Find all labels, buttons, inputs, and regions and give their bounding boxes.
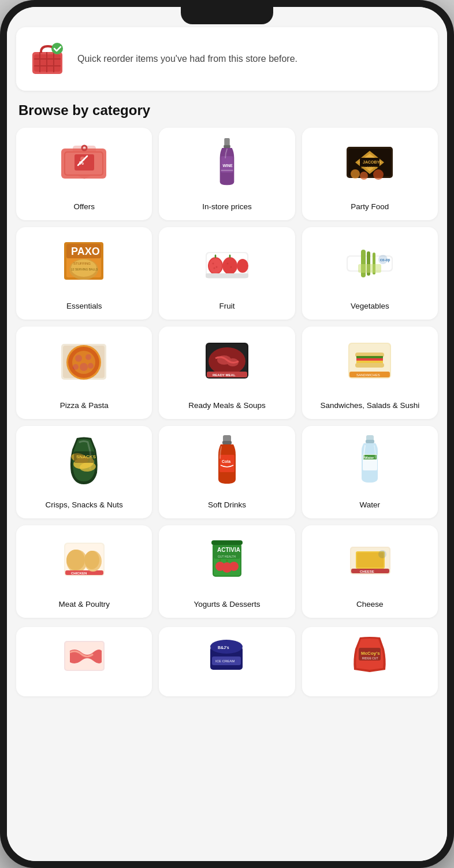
svg-point-48 <box>237 259 248 273</box>
svg-text:SANDWICHES: SANDWICHES <box>356 373 380 377</box>
notch <box>181 7 273 24</box>
vegetables-image: co-op <box>344 236 396 288</box>
category-sandwiches[interactable]: SANDWICHES Sandwiches, Salads & Sushi <box>302 327 438 419</box>
category-ice-cream-partial[interactable]: B&J's ICE CREAM <box>159 627 295 696</box>
svg-point-101 <box>66 550 85 570</box>
svg-text:READY MEAL: READY MEAL <box>213 373 236 377</box>
meat-poultry-label: Meat & Poultry <box>58 599 110 610</box>
ready-meals-image: READY MEAL <box>201 336 253 388</box>
category-crisps-red-partial[interactable]: McCoy's RIDGE CUT <box>302 627 438 696</box>
svg-point-42 <box>212 263 214 265</box>
quick-reorder-banner[interactable]: Quick reorder items you've had from this… <box>16 27 438 91</box>
svg-text:McCoy's: McCoy's <box>361 651 380 656</box>
svg-text:JACOBY: JACOBY <box>363 160 380 164</box>
svg-point-41 <box>209 258 222 273</box>
category-crisps[interactable]: SNACKS Crisps, Snacks & Nuts <box>16 426 152 518</box>
svg-point-7 <box>51 43 63 54</box>
party-food-image: JACOBY SELECTION <box>344 137 396 189</box>
essentials-label: Essentials <box>66 301 102 311</box>
svg-text:SNACKS: SNACKS <box>76 454 96 459</box>
water-image: Water <box>344 435 396 487</box>
svg-rect-16 <box>224 145 230 148</box>
in-store-prices-label: In-store prices <box>202 202 252 212</box>
section-title: Browse by category <box>7 102 447 128</box>
svg-rect-90 <box>222 441 232 444</box>
svg-text:co-op: co-op <box>380 258 390 262</box>
sandwiches-label: Sandwiches, Salads & Sushi <box>320 400 419 411</box>
svg-text:Cola: Cola <box>222 459 230 463</box>
basket-icon <box>29 40 67 78</box>
sandwiches-image: SANDWICHES <box>344 336 396 388</box>
offers-label: Offers <box>73 202 95 212</box>
category-meat-poultry[interactable]: CHICKEN Meat & Poultry <box>16 525 152 618</box>
category-soft-drinks[interactable]: Cola Soft Drinks <box>159 426 295 518</box>
cheese-image: CHEESE <box>344 535 396 587</box>
category-vegetables[interactable]: co-op Vegetables <box>302 227 438 320</box>
crisps-label: Crisps, Snacks & Nuts <box>46 500 123 510</box>
svg-rect-114 <box>211 540 243 545</box>
svg-rect-15 <box>224 138 229 146</box>
category-yogurts[interactable]: ACTIVIA GUT HEALTH Yogurts & Des <box>159 525 295 618</box>
svg-point-67 <box>72 351 95 374</box>
svg-text:STUFFING: STUFFING <box>73 262 91 265</box>
category-offers[interactable]: % Offers <box>16 128 152 220</box>
screen-content: Quick reorder items you've had from this… <box>7 7 447 861</box>
svg-point-44 <box>213 268 215 269</box>
pizza-pasta-label: Pizza & Pasta <box>60 400 109 411</box>
svg-point-121 <box>378 550 386 558</box>
svg-rect-49 <box>206 273 248 278</box>
svg-point-46 <box>226 263 228 265</box>
offers-image: % <box>58 137 110 189</box>
svg-rect-11 <box>75 154 94 170</box>
category-party-food[interactable]: JACOBY SELECTION Party Food <box>302 128 438 220</box>
svg-rect-19 <box>221 170 233 171</box>
water-label: Water <box>360 500 381 510</box>
svg-point-47 <box>230 266 232 268</box>
svg-rect-55 <box>358 264 381 273</box>
svg-point-105 <box>84 551 99 569</box>
category-ready-meals[interactable]: READY MEAL Ready Meals & Soups <box>159 327 295 419</box>
category-in-store-prices[interactable]: WINE In-store prices <box>159 128 295 220</box>
svg-point-28 <box>360 172 368 180</box>
partial-categories-grid: B&J's ICE CREAM McCoy's RIDGE CUT <box>7 627 447 714</box>
svg-point-113 <box>229 562 239 571</box>
crisps-image: SNACKS <box>58 435 110 487</box>
svg-text:GUT HEALTH: GUT HEALTH <box>218 555 236 558</box>
svg-rect-91 <box>219 455 235 472</box>
svg-text:B&J's: B&J's <box>218 646 229 650</box>
svg-text:ACTIVIA: ACTIVIA <box>217 547 240 553</box>
svg-point-43 <box>215 266 217 268</box>
soft-drinks-image: Cola <box>201 435 253 487</box>
svg-point-29 <box>373 169 384 180</box>
meat-image: CHICKEN <box>58 535 110 587</box>
party-food-label: Party Food <box>351 202 389 212</box>
fruit-label: Fruit <box>219 301 235 311</box>
banner-text: Quick reorder items you've had from this… <box>77 52 297 66</box>
svg-text:RIDGE CUT: RIDGE CUT <box>362 656 378 660</box>
category-cheese[interactable]: CHEESE Cheese <box>302 525 438 618</box>
essentials-image: PAXO STUFFING 12 SERVING BALLS <box>58 236 110 288</box>
fruit-image <box>201 236 253 288</box>
svg-text:12 SERVING BALLS: 12 SERVING BALLS <box>71 268 98 271</box>
category-water[interactable]: Water Water <box>302 426 438 518</box>
category-fruit[interactable]: Fruit <box>159 227 295 320</box>
category-bacon-partial[interactable] <box>16 627 152 696</box>
yogurts-label: Yogurts & Desserts <box>193 599 260 610</box>
svg-text:WINE: WINE <box>222 164 233 168</box>
svg-text:%: % <box>79 160 84 166</box>
svg-rect-81 <box>355 363 384 368</box>
svg-rect-94 <box>366 440 374 443</box>
phone-frame: Quick reorder items you've had from this… <box>0 0 454 868</box>
categories-grid: % Offers <box>7 128 447 627</box>
svg-text:SELECTION: SELECTION <box>361 166 378 169</box>
category-pizza-pasta[interactable]: Pizza & Pasta <box>16 327 152 419</box>
soft-drinks-label: Soft Drinks <box>208 500 246 510</box>
category-essentials[interactable]: PAXO STUFFING 12 SERVING BALLS Essential… <box>16 227 152 320</box>
cheese-label: Cheese <box>356 599 384 610</box>
phone-screen: Quick reorder items you've had from this… <box>7 7 447 861</box>
svg-text:CHICKEN: CHICKEN <box>71 572 87 575</box>
vegetables-label: Vegetables <box>351 301 389 311</box>
svg-text:Water: Water <box>364 456 374 459</box>
basket-icon-container <box>28 39 68 79</box>
svg-point-27 <box>351 169 360 179</box>
